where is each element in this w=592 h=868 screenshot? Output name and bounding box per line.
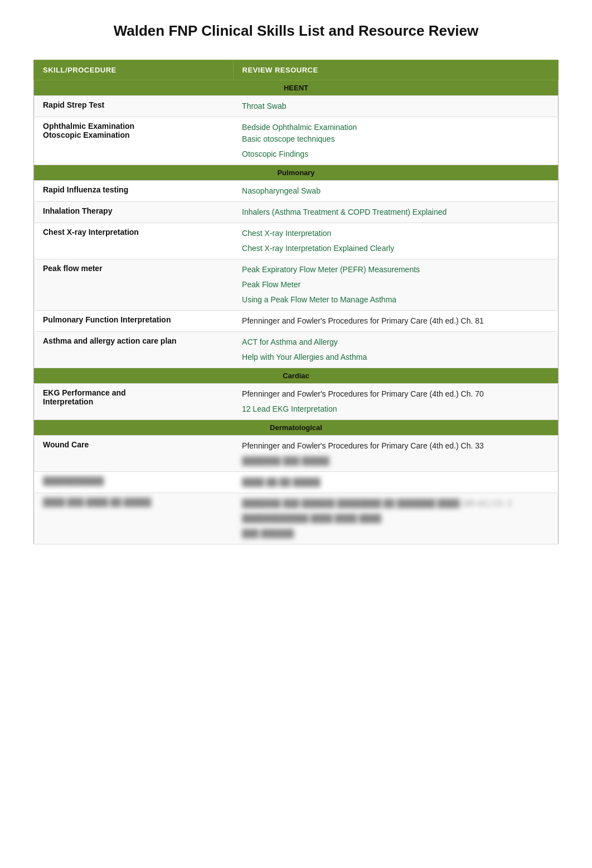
section-header-row: Dermatological	[34, 420, 559, 436]
skill-cell: EKG Performance andInterpretation	[34, 384, 234, 420]
skill-name: ████ ███ ████ ██ █████	[43, 498, 151, 507]
skills-table: SKILL/PROCEDURE REVIEW RESOURCE HEENTRap…	[33, 60, 559, 544]
resource-blurred: ███████ ███ █████	[242, 455, 549, 467]
table-row: Peak flow meterPeak Expiratory Flow Mete…	[34, 259, 559, 311]
skill-cell: Inhalation Therapy	[34, 202, 234, 223]
skill-name: Rapid Strep Test	[43, 100, 104, 109]
resource-link[interactable]: Using a Peak Flow Meter to Manage Asthma	[242, 294, 549, 306]
resource-text: Pfenninger and Fowler's Procedures for P…	[242, 315, 549, 327]
skill-name: Wound Care	[43, 440, 89, 449]
resource-link[interactable]: ACT for Asthma and Allergy	[242, 336, 549, 348]
resource-blurred: ████ ██ ██ █████	[242, 476, 549, 488]
table-row: Chest X-ray InterpretationChest X-ray In…	[34, 223, 559, 259]
resource-text: Pfenninger and Fowler's Procedures for P…	[242, 440, 549, 452]
resource-link[interactable]: Help with Your Allergies and Asthma	[242, 351, 549, 363]
skill-cell: Asthma and allergy action care plan	[34, 332, 234, 368]
resource-cell: Pfenninger and Fowler's Procedures for P…	[233, 436, 558, 472]
table-row: EKG Performance andInterpretationPfennin…	[34, 384, 559, 420]
page-title: Walden FNP Clinical Skills List and Reso…	[33, 22, 559, 40]
resource-text: Pfenninger and Fowler's Procedures for P…	[242, 388, 549, 400]
skill-cell: Pulmonary Function Interpretation	[34, 311, 234, 332]
resource-blurred: ███ ██████	[242, 528, 549, 539]
skill-cell: Ophthalmic ExaminationOtoscopic Examinat…	[34, 117, 234, 165]
resource-link[interactable]: Nasopharyngeal Swab	[242, 185, 549, 197]
skill-cell: Rapid Strep Test	[34, 96, 234, 117]
table-row: ████ ███ ████ ██ ████████████ ███ ██████…	[34, 493, 559, 544]
resource-cell: Chest X-ray InterpretationChest X-ray In…	[233, 223, 558, 259]
section-name: Cardiac	[34, 368, 559, 384]
resource-link[interactable]: 12 Lead EKG Interpretation	[242, 403, 549, 415]
resource-link[interactable]: Chest X-ray Interpretation	[242, 228, 549, 239]
resource-cell: Peak Expiratory Flow Meter (PEFR) Measur…	[233, 259, 558, 311]
resource-blurred: ████████████ ████ ████ ████	[242, 513, 549, 524]
resource-cell: Nasopharyngeal Swab	[233, 181, 558, 202]
skill-name: Rapid Influenza testing	[43, 185, 128, 194]
skill-name: ███████████	[43, 476, 104, 485]
skill-name: Peak flow meter	[43, 264, 103, 273]
resource-cell: Bedside Ophthalmic ExaminationBasic otos…	[233, 117, 558, 165]
resource-link[interactable]: Inhalers (Asthma Treatment & COPD Treatm…	[242, 206, 549, 218]
skill-cell: Peak flow meter	[34, 259, 234, 311]
resource-blurred: ███████ ███ ██████ ████████ ██ ███████ █…	[242, 498, 549, 509]
table-row: Pulmonary Function InterpretationPfennin…	[34, 311, 559, 332]
resource-link[interactable]: Bedside Ophthalmic Examination	[242, 122, 549, 133]
table-row: Wound CarePfenninger and Fowler's Proced…	[34, 436, 559, 472]
section-name: HEENT	[34, 80, 559, 96]
table-row: Rapid Strep TestThroat Swab	[34, 96, 559, 117]
table-row: ███████████████ ██ ██ █████	[34, 472, 559, 493]
skill-name: Chest X-ray Interpretation	[43, 228, 139, 237]
section-header-row: HEENT	[34, 80, 559, 96]
skill-name: Inhalation Therapy	[43, 206, 112, 215]
skill-name: Ophthalmic Examination	[43, 122, 134, 131]
resource-cell: Inhalers (Asthma Treatment & COPD Treatm…	[233, 202, 558, 223]
resource-cell: ███████ ███ ██████ ████████ ██ ███████ █…	[233, 493, 558, 544]
skill-cell: ████ ███ ████ ██ █████	[34, 493, 234, 544]
resource-link[interactable]: Peak Flow Meter	[242, 279, 549, 291]
skill-name: Otoscopic Examination	[43, 131, 130, 139]
resource-cell: ACT for Asthma and AllergyHelp with Your…	[233, 332, 558, 368]
resource-link[interactable]: Peak Expiratory Flow Meter (PEFR) Measur…	[242, 264, 549, 276]
table-row: Asthma and allergy action care planACT f…	[34, 332, 559, 368]
resource-cell: ████ ██ ██ █████	[233, 472, 558, 493]
skill-cell: ███████████	[34, 472, 234, 493]
section-header-row: Pulmonary	[34, 165, 559, 181]
skill-name: Pulmonary Function Interpretation	[43, 315, 171, 324]
skill-name: EKG Performance and	[43, 388, 126, 397]
section-name: Pulmonary	[34, 165, 559, 181]
skill-cell: Rapid Influenza testing	[34, 181, 234, 202]
skill-cell: Wound Care	[34, 436, 234, 472]
table-row: Inhalation TherapyInhalers (Asthma Treat…	[34, 202, 559, 223]
resource-cell: Pfenninger and Fowler's Procedures for P…	[233, 311, 558, 332]
section-name: Dermatological	[34, 420, 559, 436]
skill-name: Interpretation	[43, 397, 93, 406]
resource-cell: Throat Swab	[233, 96, 558, 117]
col-header-resource: REVIEW RESOURCE	[233, 60, 558, 80]
skill-name: Asthma and allergy action care plan	[43, 336, 177, 345]
resource-link[interactable]: Chest X-ray Interpretation Explained Cle…	[242, 243, 549, 254]
resource-link[interactable]: Otoscopic Findings	[242, 148, 549, 160]
resource-link[interactable]: Basic otoscope techniques	[242, 133, 549, 145]
skill-cell: Chest X-ray Interpretation	[34, 223, 234, 259]
table-row: Ophthalmic ExaminationOtoscopic Examinat…	[34, 117, 559, 165]
table-row: Rapid Influenza testingNasopharyngeal Sw…	[34, 181, 559, 202]
resource-link[interactable]: Throat Swab	[242, 100, 549, 112]
col-header-skill: SKILL/PROCEDURE	[34, 60, 234, 80]
resource-cell: Pfenninger and Fowler's Procedures for P…	[233, 384, 558, 420]
section-header-row: Cardiac	[34, 368, 559, 384]
